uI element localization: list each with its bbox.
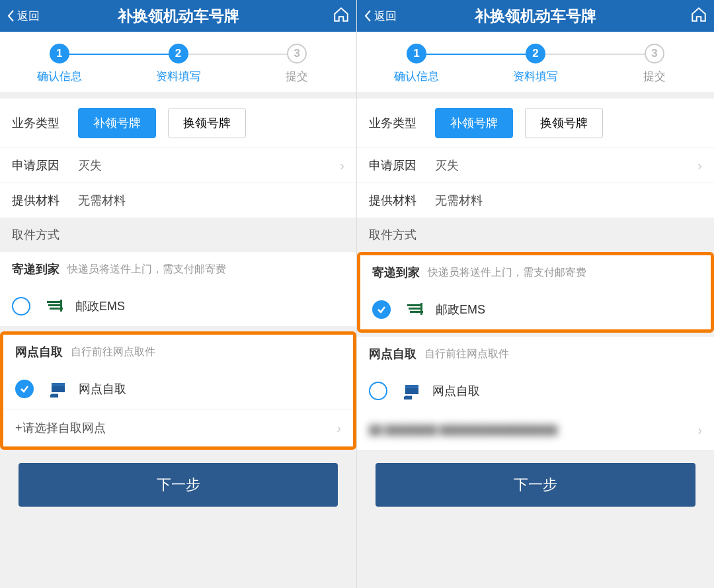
chevron-left-icon bbox=[364, 9, 372, 22]
delivery-sub: 快递员将送件上门，需支付邮寄费 bbox=[67, 263, 226, 276]
step-submit: 3 提交 bbox=[595, 44, 714, 84]
progress-steps: 1 确认信息 2 资料填写 3 提交 bbox=[0, 32, 356, 92]
value-materials: 无需材料 bbox=[435, 192, 702, 208]
delivery-header: 寄递到家 快递员将送件上门，需支付邮寄费 bbox=[0, 252, 356, 286]
pill-exchange[interactable]: 换领号牌 bbox=[525, 108, 603, 138]
radio-checked[interactable] bbox=[372, 300, 391, 319]
option-selfpickup-label: 网点自取 bbox=[432, 383, 480, 399]
option-ems[interactable]: 邮政EMS bbox=[360, 290, 711, 329]
svg-rect-6 bbox=[407, 304, 420, 306]
radio-unchecked[interactable] bbox=[369, 382, 387, 400]
screen-right: 返回 补换领机动车号牌 1 确认信息 2 资料填写 3 提交 业务类型 补领号牌… bbox=[357, 0, 714, 588]
selfpickup-header: 网点自取 自行前往网点取件 bbox=[357, 337, 714, 371]
chevron-right-icon: › bbox=[337, 421, 341, 436]
svg-rect-5 bbox=[52, 383, 65, 386]
label-materials: 提供材料 bbox=[369, 192, 435, 208]
row-business-type: 业务类型 补领号牌 换领号牌 bbox=[0, 99, 356, 148]
selfpickup-sub: 自行前往网点取件 bbox=[424, 347, 509, 361]
pickup-mode-header: 取件方式 bbox=[0, 218, 356, 252]
package-icon bbox=[48, 380, 69, 398]
step-confirm[interactable]: 1 确认信息 bbox=[0, 44, 119, 84]
row-reason[interactable]: 申请原因 灭失 › bbox=[357, 148, 714, 183]
back-button[interactable]: 返回 bbox=[7, 9, 40, 24]
back-label: 返回 bbox=[374, 9, 397, 24]
chevron-right-icon: › bbox=[340, 158, 344, 173]
highlight-selfpickup: 网点自取 自行前往网点取件 网点自取 +请选择自取网点 › bbox=[0, 331, 356, 450]
option-selfpickup-label: 网点自取 bbox=[79, 381, 126, 397]
row-reason[interactable]: 申请原因 灭失 › bbox=[0, 148, 356, 183]
pill-exchange[interactable]: 换领号牌 bbox=[168, 108, 246, 138]
next-button[interactable]: 下一步 bbox=[376, 463, 695, 507]
delivery-title: 寄递到家 bbox=[12, 261, 60, 277]
value-reason: 灭失 bbox=[435, 157, 697, 173]
pill-replace[interactable]: 补领号牌 bbox=[435, 108, 513, 138]
selfpickup-title: 网点自取 bbox=[15, 344, 63, 360]
check-icon bbox=[19, 384, 30, 394]
header: 返回 补换领机动车号牌 bbox=[357, 0, 714, 32]
svg-rect-0 bbox=[47, 301, 60, 303]
step-number: 3 bbox=[645, 44, 664, 63]
ems-icon bbox=[405, 302, 426, 317]
label-reason: 申请原因 bbox=[369, 157, 435, 173]
next-button[interactable]: 下一步 bbox=[19, 463, 338, 507]
option-ems[interactable]: 邮政EMS bbox=[0, 286, 356, 326]
check-icon bbox=[376, 304, 387, 315]
blurred-address-text: ██ ████████ ██████████████████ bbox=[369, 424, 697, 437]
page-title: 补换领机动车号牌 bbox=[0, 6, 356, 26]
radio-checked[interactable] bbox=[15, 380, 34, 398]
home-button[interactable] bbox=[333, 6, 350, 26]
label-reason: 申请原因 bbox=[12, 157, 78, 173]
selfpickup-sub: 自行前往网点取件 bbox=[71, 345, 155, 359]
step-fill[interactable]: 2 资料填写 bbox=[119, 44, 238, 84]
step-label: 资料填写 bbox=[156, 69, 201, 84]
back-button[interactable]: 返回 bbox=[364, 9, 397, 24]
svg-rect-11 bbox=[405, 385, 418, 388]
screen-left: 返回 补换领机动车号牌 1 确认信息 2 资料填写 3 提交 业务类型 补领号牌… bbox=[0, 0, 357, 588]
step-number: 1 bbox=[407, 44, 426, 63]
pill-replace[interactable]: 补领号牌 bbox=[78, 108, 156, 138]
selfpickup-title: 网点自取 bbox=[369, 346, 416, 362]
svg-rect-7 bbox=[409, 308, 422, 310]
option-selfpickup[interactable]: 网点自取 bbox=[357, 371, 714, 411]
step-submit: 3 提交 bbox=[237, 44, 356, 84]
select-pickup-hint: +请选择自取网点 bbox=[15, 420, 337, 436]
delivery-header: 寄递到家 快递员将送件上门，需支付邮寄费 bbox=[360, 255, 711, 290]
progress-steps: 1 确认信息 2 资料填写 3 提交 bbox=[357, 32, 714, 92]
chevron-left-icon bbox=[7, 9, 15, 22]
home-icon bbox=[690, 6, 707, 23]
pickup-mode-header: 取件方式 bbox=[357, 218, 714, 252]
option-ems-label: 邮政EMS bbox=[75, 298, 125, 314]
step-fill[interactable]: 2 资料填写 bbox=[476, 44, 595, 84]
form-section: 业务类型 补领号牌 换领号牌 申请原因 灭失 › 提供材料 无需材料 bbox=[357, 99, 714, 218]
label-business-type: 业务类型 bbox=[369, 115, 435, 131]
back-label: 返回 bbox=[17, 9, 40, 24]
delivery-group: 寄递到家 快递员将送件上门，需支付邮寄费 邮政EMS bbox=[0, 252, 356, 326]
step-label: 确认信息 bbox=[37, 69, 82, 84]
step-label: 确认信息 bbox=[394, 69, 439, 84]
ems-icon bbox=[45, 298, 66, 314]
svg-rect-1 bbox=[48, 304, 61, 306]
step-label: 提交 bbox=[643, 69, 666, 84]
address-row-blurred[interactable]: ██ ████████ ██████████████████ › bbox=[357, 411, 714, 450]
select-pickup-point[interactable]: +请选择自取网点 › bbox=[3, 409, 353, 446]
highlight-delivery: 寄递到家 快递员将送件上门，需支付邮寄费 邮政EMS bbox=[357, 252, 714, 333]
radio-unchecked[interactable] bbox=[12, 297, 30, 315]
value-materials: 无需材料 bbox=[78, 192, 344, 208]
selfpickup-header: 网点自取 自行前往网点取件 bbox=[3, 335, 353, 369]
form-section: 业务类型 补领号牌 换领号牌 申请原因 灭失 › 提供材料 无需材料 bbox=[0, 99, 356, 218]
chevron-right-icon: › bbox=[697, 158, 702, 173]
row-business-type: 业务类型 补领号牌 换领号牌 bbox=[357, 99, 714, 148]
step-label: 提交 bbox=[286, 69, 308, 84]
label-materials: 提供材料 bbox=[12, 192, 78, 208]
home-icon bbox=[333, 6, 350, 23]
step-number: 2 bbox=[526, 44, 545, 63]
option-selfpickup[interactable]: 网点自取 bbox=[3, 369, 353, 409]
row-materials: 提供材料 无需材料 bbox=[357, 183, 714, 218]
home-button[interactable] bbox=[690, 6, 707, 26]
step-number: 2 bbox=[169, 44, 188, 63]
step-confirm[interactable]: 1 确认信息 bbox=[357, 44, 476, 84]
step-number: 1 bbox=[50, 44, 69, 63]
label-business-type: 业务类型 bbox=[12, 115, 78, 131]
step-label: 资料填写 bbox=[513, 69, 558, 84]
delivery-title: 寄递到家 bbox=[372, 265, 420, 280]
